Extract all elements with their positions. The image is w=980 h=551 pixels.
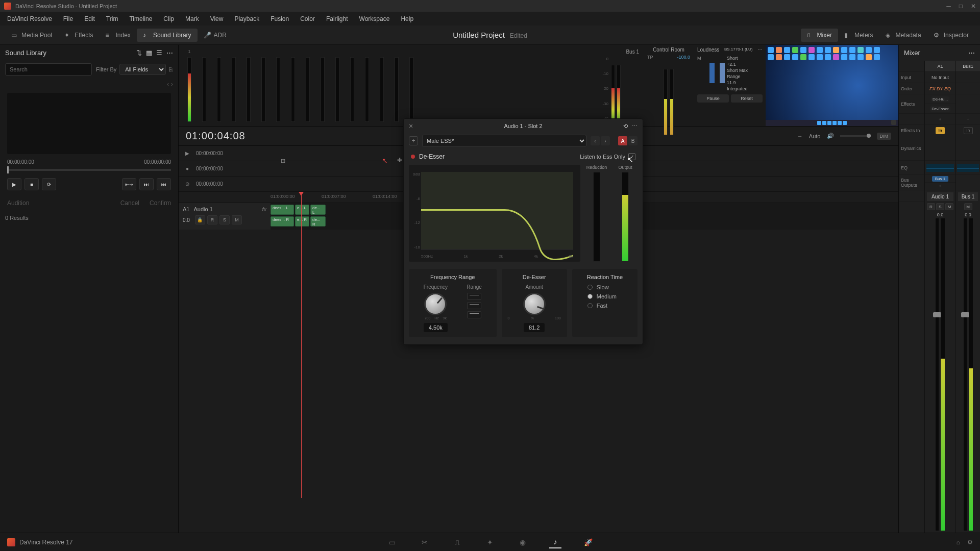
menu-color[interactable]: Color (295, 13, 320, 24)
strip-a1-header[interactable]: A1 (925, 61, 955, 72)
bus1-mute[interactable]: M (964, 203, 972, 210)
strip-a1-in-button[interactable]: In (936, 127, 945, 134)
frequency-value[interactable]: 4.50k (424, 323, 448, 332)
tc-row-1[interactable]: 00:00:00:00 (196, 151, 223, 156)
confirm-button[interactable]: Confirm (150, 199, 171, 207)
in-out-button[interactable]: ⇤⇥ (122, 178, 136, 190)
close-button[interactable]: ✕ (971, 3, 976, 10)
list-view-icon[interactable]: ☰ (156, 49, 162, 57)
grid-view-icon[interactable]: ▦ (146, 49, 152, 57)
mixer-options-icon[interactable]: ⋯ (968, 49, 975, 57)
bus1-fader[interactable] (964, 218, 967, 531)
a1-mute[interactable]: M (945, 203, 953, 210)
maximize-button[interactable]: □ (959, 3, 963, 10)
mixer-button[interactable]: ⎍Mixer (801, 29, 838, 42)
minimize-button[interactable]: ─ (946, 3, 951, 10)
audio-clip-5[interactable]: e... R (295, 216, 309, 227)
main-timecode[interactable]: 01:00:04:08 (186, 130, 246, 142)
menu-trim[interactable]: Trim (101, 13, 124, 24)
listen-ess-checkbox[interactable]: ✓ (628, 153, 635, 160)
editmode-icon[interactable]: ⊞ (281, 158, 285, 164)
reset-button[interactable]: Reset (731, 94, 763, 103)
pause-button[interactable]: Pause (697, 94, 729, 103)
fx-next-preset[interactable]: › (601, 136, 610, 145)
media-page[interactable]: ▭ (386, 536, 398, 548)
fx-ab-a[interactable]: A (618, 136, 627, 145)
reaction-fast[interactable]: Fast (587, 303, 607, 309)
record-cursor-icon[interactable]: ● (184, 166, 191, 171)
filter-field-select[interactable]: All Fields (119, 64, 166, 75)
video-viewer[interactable] (766, 45, 898, 126)
strip-a1-add-fx[interactable]: + (939, 117, 941, 122)
range-medium-button[interactable] (467, 302, 481, 309)
range-narrow-button[interactable] (467, 293, 481, 300)
home-icon[interactable]: ⌂ (957, 539, 960, 546)
audio-clip-6[interactable]: de... R (310, 216, 326, 227)
deliver-page[interactable]: 🚀 (582, 536, 594, 548)
stop-button[interactable]: ■ (24, 178, 39, 190)
strip-bus1-in-button[interactable]: In (964, 127, 973, 134)
audition-button[interactable]: Audition (7, 199, 29, 207)
menu-help[interactable]: Help (396, 13, 419, 24)
fx-add-preset[interactable]: + (409, 136, 418, 145)
loop-button[interactable]: ⟳ (42, 178, 56, 190)
reaction-medium[interactable]: Medium (587, 293, 617, 299)
reaction-slow[interactable]: Slow (587, 284, 609, 290)
clock-icon[interactable]: ⊙ (184, 181, 191, 187)
inspector-button[interactable]: ⚙Inspector (927, 29, 975, 42)
adr-button[interactable]: 🎤ADR (198, 29, 233, 42)
auto-label[interactable]: Auto (809, 133, 821, 139)
color-page[interactable]: ◉ (517, 536, 529, 548)
strip-a1-add-bus[interactable]: + (939, 184, 941, 189)
strip-bus1-bus[interactable] (956, 175, 980, 190)
track-fx-label[interactable]: fx (262, 206, 266, 212)
a1-solo[interactable]: S (936, 203, 944, 210)
menu-playback[interactable]: Playback (229, 13, 264, 24)
tc-row-3[interactable]: 00:00:00:00 (196, 181, 223, 187)
arm-button[interactable]: R (207, 215, 217, 224)
frequency-knob[interactable] (424, 293, 447, 315)
strip-a1-dynamics[interactable] (925, 136, 955, 161)
fx-preset-select[interactable]: Male ESS* (422, 135, 586, 147)
sound-library-button[interactable]: ♪Sound Library (137, 29, 198, 42)
snap-icon[interactable]: ✚ (397, 157, 402, 164)
fx-prev-preset[interactable]: ‹ (591, 136, 600, 145)
effects-button[interactable]: ✦Effects (58, 29, 99, 42)
strip-a1-order[interactable]: FX DY EQ (929, 86, 951, 91)
play-cursor-icon[interactable]: ▶ (184, 151, 191, 156)
loudness-options-icon[interactable]: ⋯ (757, 47, 763, 53)
mute-button[interactable]: M (232, 215, 242, 224)
filter-options-icon[interactable]: ⎘ (169, 66, 173, 72)
fairlight-page[interactable]: ♪ (549, 536, 561, 548)
fx-frequency-graph[interactable]: 0dB-6-12-18 500Hz1k2k4k8k (409, 165, 580, 262)
audio-clip-2[interactable]: e... L (295, 205, 309, 215)
speaker-icon[interactable]: 🔊 (827, 133, 834, 139)
expand-viewer-icon[interactable] (891, 120, 896, 125)
fusion-page[interactable]: ✦ (484, 536, 496, 548)
strip-a1-eq[interactable] (926, 164, 954, 172)
settings-icon[interactable]: ⚙ (967, 539, 973, 546)
menu-fairlight[interactable]: Fairlight (321, 13, 353, 24)
strip-a1-bus[interactable]: Bus 1 (932, 176, 948, 182)
cancel-button[interactable]: Cancel (120, 199, 139, 207)
skip-fwd-button[interactable]: ⏭ (139, 178, 154, 190)
menu-fusion[interactable]: Fusion (265, 13, 294, 24)
amount-value[interactable]: 81.2 (524, 323, 545, 332)
play-button[interactable]: ▶ (7, 178, 21, 190)
strip-a1-fx1[interactable]: De-Hu... (931, 96, 949, 102)
tc-row-2[interactable]: 00:00:00:00 (196, 166, 223, 171)
metadata-button[interactable]: ◈Metadata (879, 29, 927, 42)
arrow-right-icon[interactable]: → (797, 133, 803, 139)
strip-bus1-add-fx[interactable]: + (967, 117, 969, 122)
a1-db[interactable]: 0.0 (927, 212, 953, 217)
audio-clip-4[interactable]: dees... R (271, 216, 294, 227)
bus1-db[interactable]: 0.0 (958, 212, 978, 217)
menu-edit[interactable]: Edit (79, 13, 100, 24)
options-icon[interactable]: ⋯ (166, 49, 173, 57)
fx-ab-b[interactable]: B (628, 136, 638, 145)
dim-button[interactable]: DIM (877, 133, 892, 140)
audio-clip-3[interactable]: de... L (310, 205, 326, 215)
next-icon[interactable]: › (171, 81, 173, 88)
media-pool-button[interactable]: ▭Media Pool (5, 29, 58, 42)
strip-bus1-fx[interactable] (956, 94, 980, 114)
